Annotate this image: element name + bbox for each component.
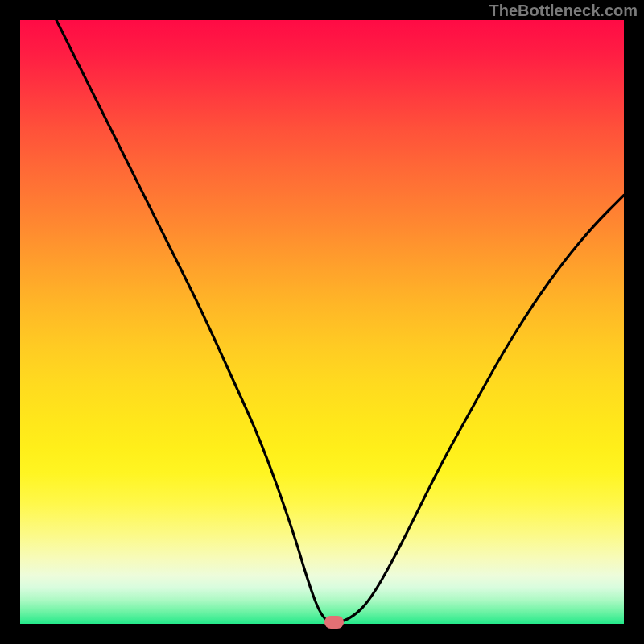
plot-area	[20, 20, 624, 624]
optimal-point-marker	[324, 616, 344, 629]
attribution-label: TheBottleneck.com	[489, 2, 638, 20]
bottleneck-curve	[20, 20, 624, 624]
chart-frame: TheBottleneck.com	[0, 0, 644, 644]
